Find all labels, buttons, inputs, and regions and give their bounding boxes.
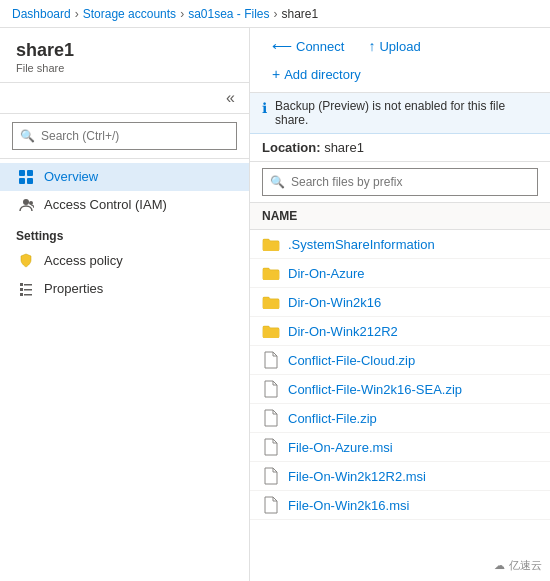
file-name: Conflict-File.zip [288, 411, 377, 426]
sidebar-item-properties[interactable]: Properties [0, 275, 249, 303]
search-files-container: 🔍 [250, 162, 550, 203]
upload-icon: ↑ [368, 38, 375, 54]
folder-icon [262, 235, 280, 253]
sidebar-search-container: 🔍 [0, 114, 249, 159]
svg-rect-10 [20, 293, 23, 296]
overview-icon [16, 169, 36, 185]
upload-button[interactable]: ↑ Upload [358, 34, 430, 58]
svg-rect-1 [27, 170, 33, 176]
file-row[interactable]: File-On-Azure.msi [250, 433, 550, 462]
sidebar-search-input[interactable] [12, 122, 237, 150]
file-name: File-On-Azure.msi [288, 440, 393, 455]
file-name: File-On-Win2k16.msi [288, 498, 409, 513]
watermark-text: 亿速云 [509, 558, 542, 573]
access-control-icon [16, 197, 36, 213]
add-directory-label: Add directory [284, 67, 361, 82]
location-bar: Location: share1 [250, 134, 550, 162]
file-name: Dir-On-Azure [288, 266, 365, 281]
location-value: share1 [324, 140, 364, 155]
info-banner: ℹ Backup (Preview) is not enabled for th… [250, 93, 550, 134]
folder-icon [262, 293, 280, 311]
file-name: Dir-On-Wink212R2 [288, 324, 398, 339]
file-icon-doc [262, 351, 280, 369]
svg-rect-11 [24, 294, 32, 296]
access-policy-label: Access policy [44, 253, 123, 268]
name-column-header: NAME [262, 209, 297, 223]
breadcrumb-dashboard[interactable]: Dashboard [12, 7, 71, 21]
folder-icon [262, 264, 280, 282]
file-row[interactable]: Dir-On-Azure [250, 259, 550, 288]
breadcrumb-files[interactable]: sa01sea - Files [188, 7, 269, 21]
info-icon: ℹ [262, 100, 267, 116]
svg-rect-2 [19, 178, 25, 184]
file-row[interactable]: Conflict-File-Win2k16-SEA.zip [250, 375, 550, 404]
svg-point-4 [23, 199, 29, 205]
sidebar-subtitle: File share [16, 62, 233, 74]
sidebar-title: share1 [16, 40, 233, 62]
overview-label: Overview [44, 169, 98, 184]
svg-rect-6 [20, 283, 23, 286]
svg-rect-3 [27, 178, 33, 184]
svg-rect-8 [20, 288, 23, 291]
sidebar-item-access-control[interactable]: Access Control (IAM) [0, 191, 249, 219]
file-name: Conflict-File-Cloud.zip [288, 353, 415, 368]
search-files-input[interactable] [262, 168, 538, 196]
sidebar: share1 File share « 🔍 Overview [0, 28, 250, 581]
toolbar: ⟵ Connect ↑ Upload + Add directory [250, 28, 550, 93]
file-icon-doc [262, 409, 280, 427]
file-row[interactable]: File-On-Win2k12R2.msi [250, 462, 550, 491]
collapse-button[interactable]: « [220, 87, 241, 109]
file-name: File-On-Win2k12R2.msi [288, 469, 426, 484]
sidebar-nav: Overview Access Control (IAM) Settings [0, 159, 249, 581]
file-name: .SystemShareInformation [288, 237, 435, 252]
sidebar-header: share1 File share [0, 28, 249, 83]
properties-icon [16, 281, 36, 297]
file-name: Dir-On-Win2k16 [288, 295, 381, 310]
connect-icon: ⟵ [272, 38, 292, 54]
files-list: .SystemShareInformation Dir-On-Azure Dir… [250, 230, 550, 520]
file-icon-doc [262, 380, 280, 398]
collapse-row: « [0, 83, 249, 114]
breadcrumb-storage-accounts[interactable]: Storage accounts [83, 7, 176, 21]
folder-icon [262, 322, 280, 340]
connect-label: Connect [296, 39, 344, 54]
connect-button[interactable]: ⟵ Connect [262, 34, 354, 58]
info-banner-text: Backup (Preview) is not enabled for this… [275, 99, 538, 127]
search-icon: 🔍 [20, 129, 35, 143]
properties-label: Properties [44, 281, 103, 296]
file-name: Conflict-File-Win2k16-SEA.zip [288, 382, 462, 397]
watermark-icon: ☁ [494, 559, 505, 572]
upload-label: Upload [379, 39, 420, 54]
file-row[interactable]: File-On-Win2k16.msi [250, 491, 550, 520]
watermark: ☁ 亿速云 [494, 558, 542, 573]
file-row[interactable]: Dir-On-Wink212R2 [250, 317, 550, 346]
sidebar-item-overview[interactable]: Overview [0, 163, 249, 191]
breadcrumb: Dashboard › Storage accounts › sa01sea -… [0, 0, 550, 28]
file-row[interactable]: Dir-On-Win2k16 [250, 288, 550, 317]
sidebar-item-access-policy[interactable]: Access policy [0, 247, 249, 275]
location-label: Location: [262, 140, 321, 155]
access-policy-icon [16, 253, 36, 269]
add-directory-button[interactable]: + Add directory [262, 62, 371, 86]
search-files-icon: 🔍 [270, 175, 285, 189]
settings-section-label: Settings [0, 219, 249, 247]
file-row[interactable]: .SystemShareInformation [250, 230, 550, 259]
file-icon-doc [262, 438, 280, 456]
files-table-header: NAME [250, 203, 550, 230]
files-table: NAME .SystemShareInformation Dir-On-Azur… [250, 203, 550, 581]
file-row[interactable]: Conflict-File-Cloud.zip [250, 346, 550, 375]
add-icon: + [272, 66, 280, 82]
content-area: ⟵ Connect ↑ Upload + Add directory ℹ Bac… [250, 28, 550, 581]
svg-rect-0 [19, 170, 25, 176]
svg-point-5 [29, 201, 33, 205]
breadcrumb-current: share1 [282, 7, 319, 21]
svg-rect-7 [24, 284, 32, 286]
access-control-label: Access Control (IAM) [44, 197, 167, 212]
file-row[interactable]: Conflict-File.zip [250, 404, 550, 433]
svg-rect-9 [24, 289, 32, 291]
file-icon-doc [262, 496, 280, 514]
file-icon-doc [262, 467, 280, 485]
